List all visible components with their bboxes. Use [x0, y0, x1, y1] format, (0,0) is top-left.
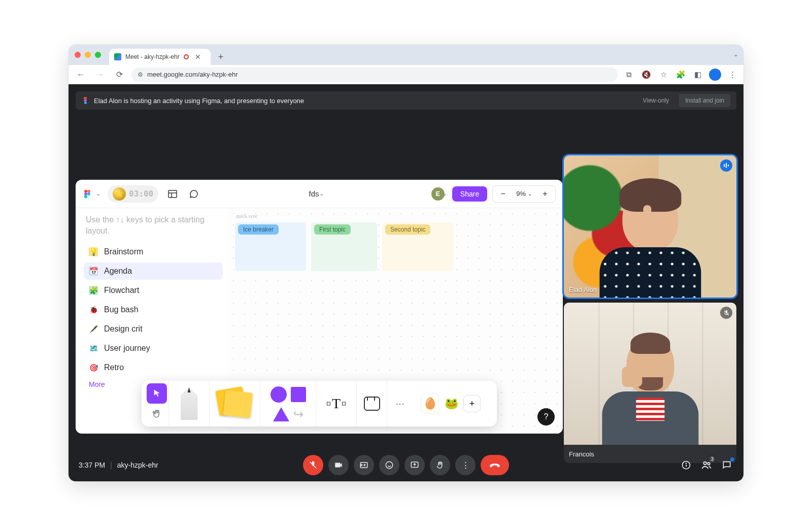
marker-tool-button[interactable]: [169, 381, 210, 426]
text-tool-button[interactable]: T: [316, 381, 357, 426]
video-feed: Elad Alon: [564, 155, 736, 298]
help-button[interactable]: ?: [537, 408, 555, 425]
template-flowchart[interactable]: 🧩Flowchart: [84, 282, 223, 299]
forward-button[interactable]: →: [93, 68, 107, 82]
install-join-button[interactable]: Install and join: [679, 94, 730, 107]
layout-grid-button[interactable]: [165, 187, 180, 201]
lane-second-topic[interactable]: Second topic: [382, 222, 453, 271]
raise-hand-button[interactable]: [430, 455, 450, 475]
participant-tile-elad[interactable]: Elad Alon: [564, 155, 736, 298]
leave-call-button[interactable]: [481, 455, 509, 475]
zoom-value[interactable]: 9%⌄: [513, 190, 535, 198]
view-only-label: View-only: [637, 95, 674, 106]
participant-tile-francois[interactable]: Francois: [564, 303, 736, 463]
reactions-button[interactable]: [379, 455, 399, 475]
svg-point-18: [686, 463, 687, 464]
camera-toggle-button[interactable]: [328, 455, 349, 475]
participant-name: Elad Alon: [569, 286, 597, 293]
svg-point-20: [707, 463, 710, 465]
speaking-indicator-icon: [720, 159, 732, 172]
figma-toolbar: ⌄ ⭐ 03:00 fds ⌄ E ⌄: [76, 180, 563, 208]
bookmark-icon[interactable]: ☆: [657, 69, 669, 81]
lane-icebreaker[interactable]: Ice breaker: [235, 222, 306, 271]
select-tool-button[interactable]: [147, 383, 167, 404]
new-tab-button[interactable]: +: [214, 50, 228, 64]
comments-button[interactable]: [187, 187, 201, 201]
people-panel-button[interactable]: 3: [700, 458, 713, 472]
sticker-frog-icon[interactable]: 🐸: [442, 393, 460, 414]
svg-point-3: [87, 192, 90, 195]
timer-value: 03:00: [129, 189, 153, 199]
chat-panel-button[interactable]: [720, 458, 733, 472]
canvas-title-label: quick sync: [236, 213, 258, 219]
svg-point-4: [84, 195, 87, 198]
title-chevron-icon: ⌄: [319, 190, 324, 197]
presentation-stage: ⌄ ⭐ 03:00 fds ⌄ E ⌄: [76, 180, 563, 434]
share-button[interactable]: Share: [452, 186, 487, 202]
shapes-tool-button[interactable]: ↪: [260, 381, 316, 426]
window-controls: [75, 45, 101, 65]
minimize-window-button[interactable]: [85, 52, 91, 58]
more-tools-button[interactable]: ⋯: [387, 381, 413, 426]
svg-point-1: [87, 189, 90, 192]
hand-tool-button[interactable]: [147, 404, 167, 424]
svg-rect-8: [724, 164, 725, 167]
back-button[interactable]: ←: [74, 68, 88, 82]
browser-toolbar: ← → ⟳ ⚙ meet.google.com/aky-hzpk-ehr ⧉ 🔇…: [69, 65, 743, 84]
template-retro[interactable]: 🎯Retro: [84, 359, 223, 376]
template-designcrit[interactable]: 🖋️Design crit: [84, 320, 223, 338]
site-settings-icon[interactable]: ⚙: [138, 71, 143, 78]
browser-tabstrip: Meet - aky-hzpk-ehr ✕ + ⌄: [69, 45, 743, 65]
participant-tiles: Elad Alon Francois: [564, 155, 736, 463]
svg-rect-5: [168, 190, 177, 198]
figjam-tool-dock: ↪ T ⋯ 🥚 🐸 +: [142, 381, 497, 426]
template-brainstorm[interactable]: 💡Brainstorm: [84, 243, 223, 260]
screen-share-icon[interactable]: ⧉: [623, 69, 635, 81]
add-sticker-button[interactable]: +: [463, 395, 481, 412]
reload-button[interactable]: ⟳: [112, 68, 126, 82]
url-text: meet.google.com/aky-hzpk-ehr: [147, 71, 238, 78]
sidepanel-icon[interactable]: ◧: [692, 69, 704, 81]
profile-avatar[interactable]: [709, 69, 721, 81]
meeting-info-button[interactable]: [680, 458, 693, 472]
address-bar[interactable]: ⚙ meet.google.com/aky-hzpk-ehr: [131, 68, 618, 82]
extensions-icon[interactable]: 🧩: [674, 69, 687, 81]
activity-banner: Elad Alon is hosting an activity using F…: [76, 91, 736, 110]
sticker-egg-icon[interactable]: 🥚: [421, 393, 439, 414]
svg-point-2: [84, 192, 87, 195]
svg-point-19: [704, 462, 707, 465]
present-button[interactable]: [404, 455, 425, 475]
unread-chat-indicator-icon: [730, 457, 734, 462]
more-options-button[interactable]: ⋮: [455, 455, 476, 475]
tab-title: Meet - aky-hzpk-ehr: [125, 53, 180, 60]
figma-menu-chevron-icon[interactable]: ⌄: [96, 190, 100, 197]
lane-first-topic[interactable]: First topic: [311, 222, 377, 271]
zoom-out-button[interactable]: −: [493, 189, 513, 199]
figma-file-title[interactable]: fds ⌄: [208, 189, 424, 198]
mic-toggle-button[interactable]: [303, 455, 323, 475]
browser-tab[interactable]: Meet - aky-hzpk-ehr ✕: [109, 49, 211, 65]
timer-widget[interactable]: ⭐ 03:00: [108, 185, 158, 203]
arrow-icon: ↪: [293, 407, 303, 421]
maximize-window-button[interactable]: [95, 52, 101, 58]
collaborator-chip[interactable]: E ⌄: [431, 187, 447, 201]
template-userjourney[interactable]: 🗺️User journey: [84, 340, 223, 357]
tabs-menu-button[interactable]: ⌄: [733, 51, 738, 58]
zoom-in-button[interactable]: +: [535, 189, 555, 199]
clock-label: 3:37 PM: [79, 461, 105, 469]
svg-point-14: [386, 462, 393, 469]
template-agenda[interactable]: 📅Agenda: [84, 262, 223, 280]
figma-logo-icon[interactable]: [83, 189, 92, 199]
recording-indicator-icon: [184, 54, 189, 59]
square-icon: [291, 387, 306, 402]
user-chevron-icon: ⌄: [443, 190, 447, 197]
close-tab-button[interactable]: ✕: [195, 53, 201, 61]
svg-point-0: [84, 189, 87, 192]
chrome-menu-button[interactable]: ⋮: [726, 69, 738, 81]
template-bugbash[interactable]: 🐞Bug bash: [84, 301, 223, 318]
mute-tab-icon[interactable]: 🔇: [640, 69, 652, 81]
captions-button[interactable]: [354, 455, 374, 475]
sticky-note-tool-button[interactable]: [210, 381, 260, 426]
close-window-button[interactable]: [75, 52, 81, 58]
section-tool-button[interactable]: [357, 381, 387, 426]
